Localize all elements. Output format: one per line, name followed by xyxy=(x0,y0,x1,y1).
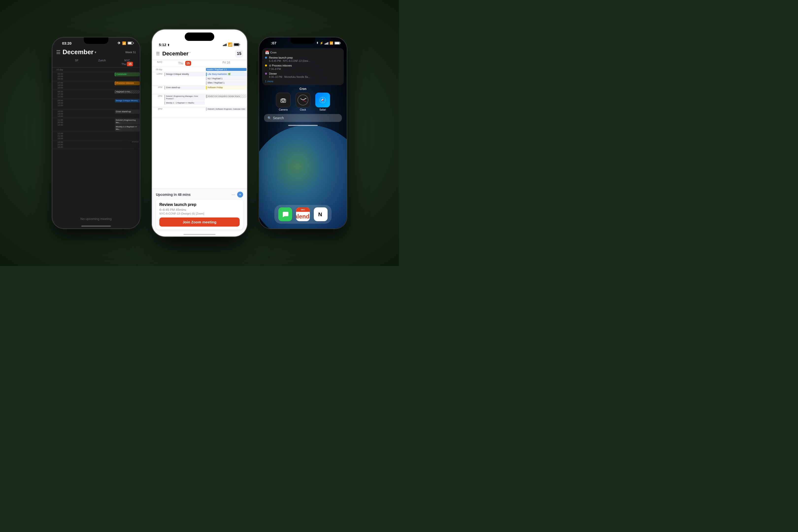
center-thu-3pm xyxy=(164,107,205,108)
center-event-follower-friday[interactable]: Follower Friday xyxy=(206,86,247,90)
left-event-raphael[interactable]: Raphael <> Ke... xyxy=(115,90,140,94)
left-notch xyxy=(84,37,108,44)
right-notif-item-2[interactable]: ⊙ Process inboxes 7:30–8 PM xyxy=(265,64,341,70)
center-thu-badge: 15 xyxy=(185,61,191,66)
left-cell-zurich1 xyxy=(90,81,115,81)
left-event-weekly[interactable]: Weekly 1:1 Raphael <> Ma... xyxy=(115,125,140,131)
center-nyc-col: NYC xyxy=(152,61,164,66)
left-event-debrief[interactable]: Debrief | Engineering Ma... xyxy=(115,118,140,125)
center-upcoming-more-icon[interactable]: ··· xyxy=(231,192,235,197)
right-status-icons: ⬆ ⚡ 📶 xyxy=(316,41,341,45)
left-cell-sf7 xyxy=(64,140,90,141)
center-allday-event[interactable]: Austin / Raphael 1:1 xyxy=(206,68,247,71)
left-no-meeting: No upcoming meeting xyxy=(52,214,140,224)
center-event-cron-standup[interactable]: Cron stand-up xyxy=(164,86,205,90)
right-clock-icon xyxy=(296,93,310,108)
left-cell-cron: Cron stand-up xyxy=(115,110,140,114)
right-clock-face xyxy=(298,95,308,106)
center-event-cron-hold[interactable]: [Hold] Cron Integration Update Async xyxy=(206,95,247,98)
center-row-2pm: 2PM Debrief | Engineering Manager, Core … xyxy=(152,94,247,107)
center-event-debrief-sw[interactable]: Debrief | Software Engineer, Calendar In… xyxy=(206,108,247,111)
center-card-time: 6–6:45 PM 45mins xyxy=(159,208,240,212)
right-location-icon: ⬆ xyxy=(316,41,319,44)
left-time-0600: 06:0015:0009:00 xyxy=(52,72,64,80)
center-allday-thu xyxy=(164,68,205,71)
right-status-bar: 0:07 ⬆ ⚡ 📶 xyxy=(259,37,347,47)
right-search-text: Search xyxy=(273,116,284,120)
right-notif-item-1[interactable]: Review launch prep 6–6:45 PM · NYC-8-CON… xyxy=(265,56,341,62)
right-app-safari[interactable]: Safari xyxy=(315,93,330,111)
airplane-icon: ✈ xyxy=(117,41,121,45)
right-dock-cal-day: calendar xyxy=(296,213,310,220)
left-row-09: 09:0018:0012:00 Design Critique Weekly xyxy=(52,99,140,110)
right-notification-card[interactable]: 📅 Cron Review launch prep 6–6:45 PM · NY… xyxy=(262,48,344,85)
left-cell-zurich6 xyxy=(90,132,115,132)
center-join-zoom-btn[interactable]: Join Zoom meeting xyxy=(159,217,240,227)
right-dock-notion[interactable]: N xyxy=(314,207,327,221)
right-dock-calendar[interactable]: DEC calendar xyxy=(296,207,310,221)
center-location-icon: ⬆ xyxy=(167,43,170,47)
center-fri-col: Fri 16 xyxy=(205,61,247,66)
left-event-process[interactable]: Process inboxes xyxy=(115,81,140,85)
center-card-location: NYC-8-CONF-13 (Design) (6) [Zoom] xyxy=(159,212,240,215)
left-row-12: 12:0021:0015:00 xyxy=(52,132,140,140)
center-allday-label: All-day xyxy=(152,68,164,71)
left-cell-sf4 xyxy=(64,110,90,110)
right-dock-messages[interactable] xyxy=(278,207,292,221)
center-event-weekly-raphael[interactable]: Weekly 1 : 1 Raphael <> Madhu xyxy=(164,101,205,105)
left-event-design[interactable]: Design Critique Weekly xyxy=(115,99,140,102)
left-cell-zurich7 xyxy=(90,140,115,141)
left-row-10: 10:0019:0013:00 Cron stand-up xyxy=(52,110,140,118)
right-app-clock[interactable]: Clock xyxy=(296,93,310,111)
right-notif-text-1: Review launch prep 6–6:45 PM · NYC-8-CON… xyxy=(269,56,310,62)
left-month-title: December xyxy=(62,48,94,56)
left-row-06: 06:0015:0009:00 Commute xyxy=(52,72,140,81)
center-dropdown-icon[interactable]: ˅ xyxy=(189,52,191,55)
center-event-debrief-eng[interactable]: Debrief | Engineering Manager, Core Prod… xyxy=(164,95,205,101)
left-thu-label[interactable]: Thu 15 xyxy=(121,62,133,65)
center-thu-2pm: Debrief | Engineering Manager, Core Prod… xyxy=(164,94,205,105)
center-card-title: Review launch prep xyxy=(159,203,240,207)
right-app-camera[interactable]: Camera xyxy=(276,93,291,111)
left-event-commute[interactable]: Commute xyxy=(115,72,140,76)
left-row-13: 13:0022:0016:00 2H2022 xyxy=(52,140,140,149)
left-time-0700: 07:0016:0010:00 xyxy=(52,81,64,90)
right-notif-text-2: ⊙ Process inboxes 7:30–8 PM xyxy=(269,64,292,70)
right-more-link[interactable]: 1 more xyxy=(265,80,341,83)
center-menu-icon[interactable]: ☰ xyxy=(156,51,160,56)
left-cell-empty1 xyxy=(90,72,115,73)
left-menu-icon[interactable]: ☰ xyxy=(56,49,61,55)
left-cell-commute xyxy=(64,72,90,73)
left-cell-sf5 xyxy=(64,118,90,119)
right-notif-text-3: Dinner 8:30–10 PM · Momofuku Noodle Ba..… xyxy=(269,72,310,78)
center-fri-2pm: [Hold] Cron Integration Update Async xyxy=(205,94,247,98)
right-clock-minute-hand xyxy=(303,98,307,100)
right-wifi-icon: 📶 xyxy=(329,41,333,45)
left-cell-debrief-weekly: Debrief | Engineering Ma... Weekly 1:1 R… xyxy=(115,118,140,132)
center-thu-12pm: Design Critique Weekly xyxy=(164,72,205,77)
left-cell-nyc6 xyxy=(115,132,140,132)
left-dropdown-icon[interactable]: ▾ xyxy=(95,50,96,54)
center-add-button[interactable]: + xyxy=(237,192,243,197)
right-dock-messages-icon xyxy=(278,207,292,221)
center-row-1pm: 1PM Cron stand-up Follower Friday xyxy=(152,86,247,94)
center-event-ellen[interactable]: Ellen / Raphael 1 xyxy=(206,81,247,85)
center-date-badge[interactable]: 15 xyxy=(235,50,243,58)
left-time-0900: 09:0018:0012:00 xyxy=(52,99,64,107)
right-home-indicator xyxy=(288,125,318,126)
center-status-right: 📶 xyxy=(223,42,240,47)
right-app-row: Camera Clock xyxy=(262,93,344,111)
center-event-lifestory[interactable]: Life Story Karlström 🌿 xyxy=(206,72,247,76)
center-calendar-scroll[interactable]: 12PM Design Critique Weekly Life Story K… xyxy=(152,72,247,188)
left-home-indicator xyxy=(81,226,111,227)
center-event-design-critique[interactable]: Design Critique Weekly xyxy=(164,72,205,76)
center-event-mj[interactable]: MJ / Raphael 1 xyxy=(206,77,247,81)
center-event-card[interactable]: Review launch prep 6–6:45 PM 45mins NYC-… xyxy=(156,200,243,230)
left-event-cron[interactable]: Cron stand-up xyxy=(115,110,140,114)
center-fri-1pm: Follower Friday xyxy=(205,86,247,90)
left-day-zurich: Zurich xyxy=(90,58,115,67)
right-notif-item-3[interactable]: Dinner 8:30–10 PM · Momofuku Noodle Ba..… xyxy=(265,72,341,78)
center-allday-row: All-day Austin / Raphael 1:1 xyxy=(152,67,247,72)
left-time-1100: 11:0020:0014:00 xyxy=(52,118,64,127)
right-search-bar[interactable]: 🔍 Search xyxy=(264,114,342,122)
